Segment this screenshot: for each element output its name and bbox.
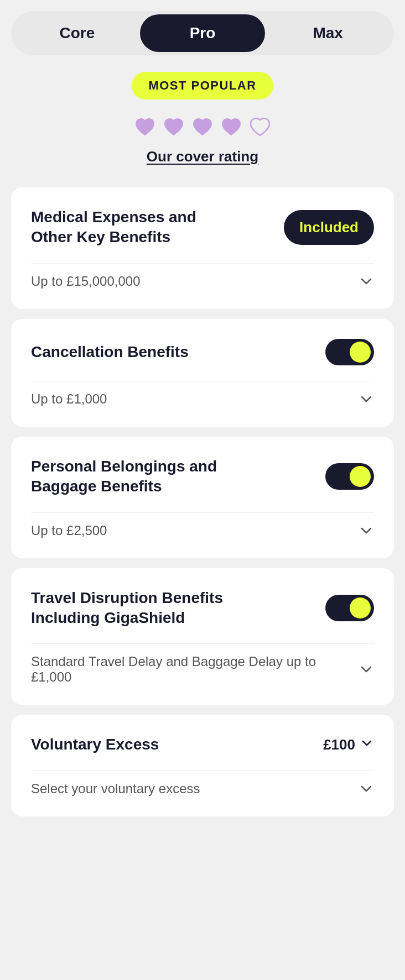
card-belongings-title: Personal Belongings and Baggage Benefits bbox=[31, 457, 230, 497]
chevron-down-icon-disruption bbox=[359, 662, 374, 677]
excess-dropdown-icon bbox=[360, 736, 374, 754]
card-medical: Medical Expenses and Other Key Benefits … bbox=[11, 187, 394, 309]
hearts-container bbox=[133, 116, 272, 137]
chevron-down-icon-cancellation bbox=[359, 391, 374, 407]
toggle-knob-cancellation bbox=[350, 342, 371, 363]
card-medical-detail[interactable]: Up to £15,000,000 bbox=[31, 263, 374, 289]
card-cancellation-amount: Up to £1,000 bbox=[31, 391, 107, 407]
card-excess-detail[interactable]: Select your voluntary excess bbox=[31, 771, 374, 796]
card-disruption-title: Travel Disruption Benefits Including Gig… bbox=[31, 588, 230, 628]
tab-max[interactable]: Max bbox=[265, 14, 391, 52]
chevron-down-icon-medical bbox=[359, 274, 374, 289]
chevron-down-icon-belongings bbox=[359, 523, 374, 538]
card-disruption: Travel Disruption Benefits Including Gig… bbox=[11, 568, 394, 705]
card-cancellation-detail[interactable]: Up to £1,000 bbox=[31, 381, 374, 407]
card-medical-title: Medical Expenses and Other Key Benefits bbox=[31, 207, 230, 248]
card-excess-description: Select your voluntary excess bbox=[31, 781, 200, 796]
heart-1 bbox=[133, 116, 157, 137]
toggle-cancellation[interactable] bbox=[325, 339, 374, 365]
toggle-disruption[interactable] bbox=[325, 595, 374, 621]
hero-section: MOST POPULAR bbox=[11, 55, 394, 187]
card-cancellation: Cancellation Benefits Up to £1,000 bbox=[11, 319, 394, 427]
included-badge: Included bbox=[284, 210, 374, 245]
tab-pro[interactable]: Pro bbox=[140, 14, 266, 52]
card-medical-amount: Up to £15,000,000 bbox=[31, 274, 141, 289]
tab-core[interactable]: Core bbox=[14, 14, 140, 52]
card-disruption-detail[interactable]: Standard Travel Delay and Baggage Delay … bbox=[31, 643, 374, 685]
excess-amount: £100 bbox=[323, 736, 355, 753]
card-belongings: Personal Belongings and Baggage Benefits… bbox=[11, 437, 394, 558]
excess-value-display[interactable]: £100 bbox=[323, 736, 374, 754]
card-cancellation-title: Cancellation Benefits bbox=[31, 342, 189, 362]
cover-rating-label: Our cover rating bbox=[147, 148, 258, 165]
card-belongings-detail[interactable]: Up to £2,500 bbox=[31, 512, 374, 538]
card-disruption-description: Standard Travel Delay and Baggage Delay … bbox=[31, 654, 359, 685]
toggle-belongings[interactable] bbox=[325, 463, 374, 490]
phone-container: Core Pro Max MOST POPULAR bbox=[0, 0, 405, 980]
card-medical-header: Medical Expenses and Other Key Benefits … bbox=[31, 207, 374, 248]
heart-3 bbox=[191, 116, 214, 137]
most-popular-badge: MOST POPULAR bbox=[132, 72, 273, 99]
toggle-knob-disruption bbox=[350, 598, 371, 619]
heart-2 bbox=[162, 116, 185, 137]
card-excess-title: Voluntary Excess bbox=[31, 735, 159, 754]
heart-5 bbox=[248, 116, 272, 137]
card-belongings-amount: Up to £2,500 bbox=[31, 523, 107, 538]
card-excess: Voluntary Excess £100 Select your volunt… bbox=[11, 715, 394, 816]
card-disruption-header: Travel Disruption Benefits Including Gig… bbox=[31, 588, 374, 628]
chevron-down-icon-excess bbox=[359, 781, 374, 796]
card-cancellation-header: Cancellation Benefits bbox=[31, 339, 374, 365]
card-belongings-header: Personal Belongings and Baggage Benefits bbox=[31, 457, 374, 497]
heart-4 bbox=[220, 116, 243, 137]
card-excess-header: Voluntary Excess £100 bbox=[31, 735, 374, 754]
toggle-knob-belongings bbox=[350, 466, 371, 487]
tab-bar: Core Pro Max bbox=[11, 11, 394, 55]
